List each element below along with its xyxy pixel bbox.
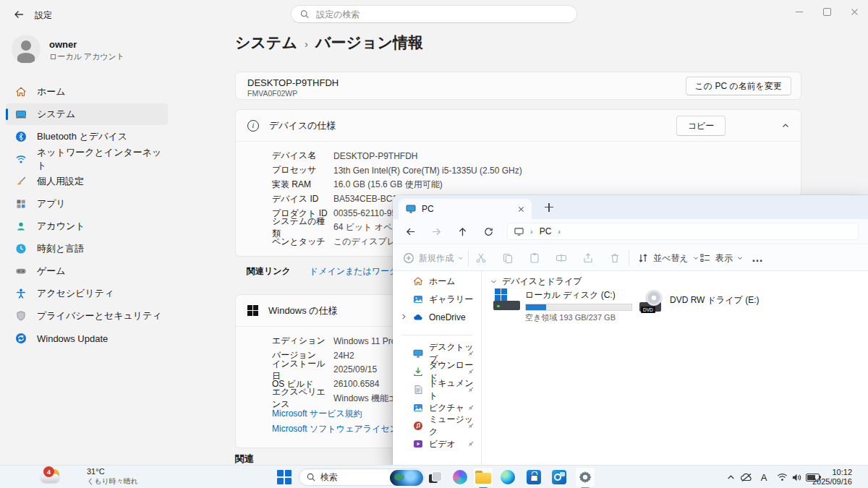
accounts-icon <box>15 221 27 232</box>
device-specs-header[interactable]: i デバイスの仕様 コピー <box>236 110 801 142</box>
expand-chevron-icon[interactable] <box>400 313 407 320</box>
pin-icon <box>467 367 475 376</box>
nav-item-onedrive[interactable]: OneDrive <box>413 309 466 326</box>
view-icon <box>699 252 711 264</box>
sidebar-item-home[interactable]: ホーム <box>6 81 168 103</box>
collapse-chevron-icon[interactable] <box>782 122 789 129</box>
local-disk-icon[interactable] <box>493 288 522 312</box>
crumb-pc[interactable]: PC <box>540 226 552 236</box>
sidebar-label: アクセシビリティ <box>37 287 114 300</box>
new-tab-button[interactable] <box>543 202 555 213</box>
gamepad-icon <box>15 265 27 277</box>
sidebar-label: アカウント <box>37 220 85 233</box>
explorer-toolbar: 新規作成 並べ替え 表示 … <box>393 244 868 271</box>
devices-drives-section[interactable]: デバイスとドライブ <box>490 275 582 288</box>
sidebar-item-personalization[interactable]: 個人用設定 <box>6 171 168 192</box>
sidebar-item-accessibility[interactable]: アクセシビリティ <box>6 283 168 304</box>
weather-widget[interactable]: 4 <box>39 468 68 487</box>
dvd-drive-icon[interactable]: DVD <box>639 290 667 313</box>
system-icon <box>15 108 27 120</box>
delete-button[interactable] <box>609 244 621 272</box>
spec-row: エクスペリエンスWindows 機能エク <box>272 391 407 406</box>
breadcrumb-parent[interactable]: システム <box>235 33 297 53</box>
avatar-body <box>17 53 35 63</box>
address-breadcrumb[interactable]: › PC › <box>507 223 859 240</box>
sidebar-item-apps[interactable]: アプリ <box>6 193 168 215</box>
tab-close-icon[interactable] <box>518 206 524 213</box>
nav-divider <box>401 335 472 335</box>
chevron-down-icon <box>737 255 743 261</box>
nav-label: ホーム <box>429 275 456 288</box>
sidebar-item-accounts[interactable]: アカウント <box>6 215 168 237</box>
copy-button[interactable] <box>502 244 514 272</box>
update-icon <box>15 333 27 344</box>
sidebar-item-network[interactable]: ネットワークとインターネット <box>6 148 168 170</box>
minimize-button[interactable] <box>786 0 813 23</box>
app-title: 設定 <box>35 9 52 22</box>
sort-arrows-icon <box>637 252 649 264</box>
view-button[interactable]: 表示 <box>699 244 743 272</box>
outlook-button[interactable] <box>550 468 568 486</box>
explorer-window: PC › PC › 新規作成 並べ替え <box>393 195 868 465</box>
dvd-drive-item[interactable]: DVD RW ドライブ (E:) <box>670 294 760 307</box>
wifi-tray-button[interactable] <box>775 468 788 486</box>
sidebar-label: プライバシーとセキュリティ <box>37 309 162 322</box>
brush-icon <box>15 176 27 187</box>
weather-condition[interactable]: くもり時々晴れ <box>87 476 138 487</box>
sidebar-item-time-language[interactable]: 時刻と言語 <box>6 238 168 260</box>
nav-item-videos[interactable]: ビデオ <box>413 435 456 453</box>
explorer-nav-pane: ホーム ギャラリー OneDrive デスクトップ ダウンロード <box>393 271 481 465</box>
taskbar-search[interactable]: 検索 <box>299 468 425 486</box>
tray-chevron-button[interactable] <box>725 468 736 486</box>
store-button[interactable] <box>525 468 542 486</box>
edge-button[interactable] <box>499 468 516 486</box>
search-icon <box>307 473 315 481</box>
task-view-button[interactable] <box>425 468 443 486</box>
paste-button[interactable] <box>529 244 540 272</box>
refresh-button[interactable] <box>481 224 495 239</box>
ime-mode-button[interactable]: A <box>758 468 770 486</box>
sidebar-item-privacy[interactable]: プライバシーとセキュリティ <box>6 305 168 327</box>
tray-clock[interactable]: 10:12 2025/09/16 <box>801 468 852 487</box>
onedrive-tray-button[interactable] <box>739 468 754 486</box>
disk-usage-bar <box>525 304 632 311</box>
sidebar-item-bluetooth[interactable]: Bluetooth とデバイス <box>6 126 168 147</box>
nav-item-gallery[interactable]: ギャラリー <box>413 291 473 308</box>
nav-item-home[interactable]: ホーム <box>413 273 456 290</box>
music-icon <box>413 421 423 431</box>
trash-icon <box>609 252 621 264</box>
drive-led <box>497 305 500 307</box>
nav-forward-button[interactable] <box>429 224 443 239</box>
nav-back-button[interactable] <box>403 224 417 239</box>
sidebar-item-windows-update[interactable]: Windows Update <box>6 328 168 349</box>
file-explorer-button[interactable] <box>473 467 493 487</box>
cut-button[interactable] <box>475 244 487 272</box>
settings-taskbar-button[interactable] <box>575 467 595 487</box>
nav-up-button[interactable] <box>455 224 469 239</box>
weather-temperature[interactable]: 31°C <box>87 467 105 476</box>
settings-search[interactable] <box>291 5 577 23</box>
disk-usage-fill <box>526 304 546 310</box>
sidebar-label: 時刻と言語 <box>37 242 84 255</box>
copy-button[interactable]: コピー <box>676 116 726 136</box>
sort-button[interactable]: 並べ替え <box>637 244 699 272</box>
back-button[interactable] <box>10 6 27 23</box>
rename-pc-button[interactable]: この PC の名前を変更 <box>686 77 791 95</box>
sidebar-item-system[interactable]: システム <box>6 103 168 125</box>
avatar[interactable] <box>12 35 41 64</box>
copilot-button[interactable] <box>451 468 469 486</box>
maximize-button[interactable] <box>813 0 841 23</box>
rename-icon <box>556 252 567 264</box>
close-button[interactable] <box>841 0 868 23</box>
more-options-button[interactable]: … <box>752 244 763 272</box>
back-arrow-icon <box>13 9 25 20</box>
share-button[interactable] <box>582 244 594 272</box>
explorer-tab-pc[interactable]: PC <box>399 199 532 219</box>
videos-icon <box>413 439 423 449</box>
rename-button[interactable] <box>556 244 567 272</box>
new-button[interactable]: 新規作成 <box>403 244 464 272</box>
settings-search-input[interactable] <box>315 9 568 20</box>
sidebar-item-gaming[interactable]: ゲーム <box>6 260 168 282</box>
local-disk-item[interactable]: ローカル ディスク (C:) 空き領域 193 GB/237 GB <box>525 289 632 323</box>
start-button[interactable] <box>277 470 292 484</box>
